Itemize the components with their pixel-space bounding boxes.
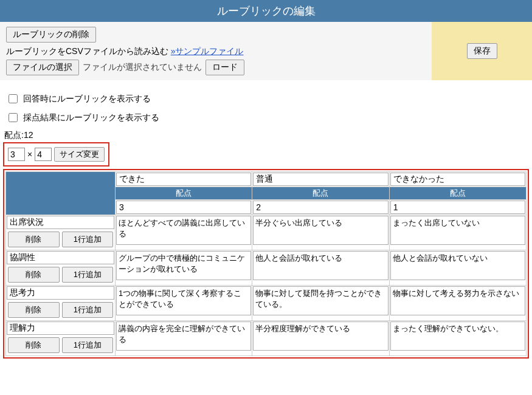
points-header-1: 配点 [252,187,389,200]
show-on-grade-checkbox[interactable] [9,113,18,122]
cell-textarea-2-0[interactable] [116,286,251,315]
file-status-text: ファイルが選択されていません [83,62,202,73]
csv-import-line: ルーブリックをCSVファイルから読み込む »サンプルファイル [6,46,426,57]
cell-textarea-3-1[interactable] [253,321,388,351]
row-add-button[interactable]: 1行追加 [62,302,114,318]
cell-textarea-2-1[interactable] [253,286,388,315]
cell-textarea-0-2[interactable] [390,216,525,245]
row-add-button[interactable]: 1行追加 [62,337,114,353]
level-name-input-0[interactable] [116,173,251,186]
criterion-name-input-0[interactable] [7,216,114,229]
rubric-table-frame: 配点 配点 配点 削除 1行追加 削除 1行追加 [3,169,529,359]
load-button[interactable]: ロード [206,60,244,75]
cell-textarea-3-2[interactable] [390,321,525,351]
corner-cell [6,172,116,215]
level-name-input-2[interactable] [390,173,525,186]
total-score-label: 配点:12 [4,130,532,141]
row-add-button[interactable]: 1行追加 [62,267,114,283]
row-delete-button[interactable]: 削除 [8,267,60,283]
cell-textarea-0-0[interactable] [116,216,251,245]
times-label: × [27,149,32,159]
show-on-grade-label: 採点結果にルーブリックを表示する [23,112,159,123]
cell-textarea-1-0[interactable] [116,251,251,280]
points-header-0: 配点 [116,187,252,200]
table-row: 削除 1行追加 [6,286,527,321]
show-on-answer-checkbox[interactable] [9,94,18,103]
table-row: 削除 1行追加 [6,215,527,250]
table-row: 削除 1行追加 [6,321,527,356]
rubric-table: 配点 配点 配点 削除 1行追加 削除 1行追加 [5,171,527,356]
level-name-input-1[interactable] [253,173,388,186]
level-points-input-2[interactable] [390,201,525,214]
table-row: 削除 1行追加 [6,250,527,286]
page-title: ルーブリックの編集 [0,0,532,22]
file-picker-row: ファイルの選択 ファイルが選択されていません ロード [6,60,426,75]
top-left-panel: ルーブリックの削除 ルーブリックをCSVファイルから読み込む »サンプルファイル… [0,22,432,80]
cell-textarea-1-1[interactable] [253,251,388,280]
save-panel: 保存 [432,22,532,80]
size-control-row: × サイズ変更 [3,142,109,167]
criterion-name-input-1[interactable] [7,251,114,264]
resize-button[interactable]: サイズ変更 [54,147,105,162]
show-on-answer-label: 回答時にルーブリックを表示する [23,94,151,105]
choose-file-button[interactable]: ファイルの選択 [6,60,79,75]
cols-input[interactable] [35,148,52,161]
rows-input[interactable] [8,148,25,161]
csv-import-label: ルーブリックをCSVファイルから読み込む [6,46,168,56]
cell-textarea-3-0[interactable] [116,321,251,351]
row-delete-button[interactable]: 削除 [8,302,60,318]
row-delete-button[interactable]: 削除 [8,337,60,353]
options-block: 回答時にルーブリックを表示する 採点結果にルーブリックを表示する [6,92,526,124]
top-section: ルーブリックの削除 ルーブリックをCSVファイルから読み込む »サンプルファイル… [0,22,532,80]
save-button[interactable]: 保存 [467,43,497,59]
row-add-button[interactable]: 1行追加 [62,232,114,247]
level-points-input-0[interactable] [116,201,251,214]
level-points-input-1[interactable] [253,201,388,214]
criterion-name-input-2[interactable] [7,286,114,300]
points-header-2: 配点 [389,187,526,200]
criterion-name-input-3[interactable] [7,321,114,335]
delete-rubric-button[interactable]: ルーブリックの削除 [6,27,96,43]
row-delete-button[interactable]: 削除 [8,232,60,247]
cell-textarea-1-2[interactable] [390,251,525,280]
sample-file-link[interactable]: »サンプルファイル [171,46,244,56]
cell-textarea-0-1[interactable] [253,216,388,245]
cell-textarea-2-2[interactable] [390,286,525,315]
